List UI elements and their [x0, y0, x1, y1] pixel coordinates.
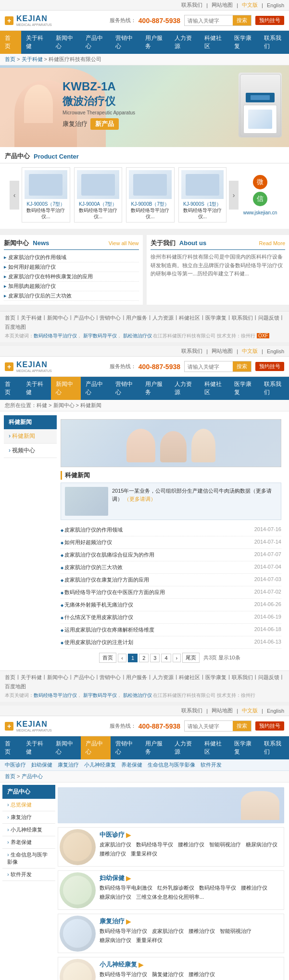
appointment-button[interactable]: 预约挂号 — [255, 16, 284, 25]
search-button-2[interactable]: 搜索 — [233, 361, 251, 372]
link-k-1[interactable]: 皮家肌治疗仪 — [152, 928, 184, 935]
breadcrumb-about[interactable]: 关于科健 — [22, 56, 43, 62]
appointment-button-3[interactable]: 预约挂号 — [255, 721, 284, 731]
footer-link-community[interactable]: 科健社区 — [179, 314, 200, 322]
top-link-cn-3[interactable]: 中文版 — [242, 707, 258, 714]
bc3-home[interactable]: 首页 — [5, 773, 15, 779]
nav-home[interactable]: 首 页 — [0, 31, 21, 54]
highlight-news[interactable]: 2015年一某业务，公司组织部分生产建信公司牛肉汤购数据（更多请调） （更多请调… — [61, 483, 281, 520]
nav2-news[interactable]: 新闻中心 — [51, 377, 81, 400]
link-k-4[interactable]: 糖尿病治疗仪 — [100, 937, 131, 944]
f2-community[interactable]: 科健社区 — [179, 674, 200, 681]
f2-service[interactable]: 用户服务 — [126, 674, 147, 681]
sub-nav-shengming[interactable]: 生命信息与医学影像 — [148, 762, 195, 768]
f2-hr[interactable]: 人力资源 — [152, 674, 174, 681]
product-item-2[interactable]: KJ-9000B（7型） 数码经络导平治疗仪... — [126, 167, 175, 223]
ps-item-2[interactable]: 小儿神经康复 — [2, 824, 55, 836]
product-next-arrow[interactable]: › — [229, 181, 239, 210]
nav-news[interactable]: 新闻中心 — [51, 31, 81, 54]
weibo-icon[interactable]: 微 — [253, 175, 267, 189]
page-next[interactable]: › — [173, 654, 181, 662]
news-row-5[interactable]: 数码经络导平治疗仪在中医医疗方面的应用 2014-07-02 — [61, 586, 281, 599]
ps-item-1[interactable]: 康复治疗 — [2, 811, 55, 824]
nav-medical[interactable]: 医学康复 — [229, 31, 259, 54]
nav3-products[interactable]: 产品中心 — [81, 736, 111, 759]
page-4[interactable]: 4 — [161, 654, 171, 662]
link-f-2[interactable]: 数码经络导平仪 — [199, 884, 236, 892]
link-k-5[interactable]: 重量采样仪 — [136, 937, 163, 944]
top-link-en[interactable]: English — [267, 2, 284, 8]
news-item-2[interactable]: 皮家肌治疗仪在特种疾康复治的应用 — [4, 272, 139, 282]
appointment-button-2[interactable]: 预约挂号 — [255, 362, 284, 371]
link-k-0[interactable]: 数码经络导平治疗仪 — [100, 928, 147, 935]
highlight-read-more[interactable]: （更多请调） — [124, 496, 156, 502]
footer-link-news[interactable]: 新闻中心 — [47, 314, 68, 322]
nav3-contact[interactable]: 联系我们 — [259, 736, 289, 759]
link-k-3[interactable]: 智能弱视治疗 — [220, 928, 251, 935]
nav2-sales[interactable]: 营销中心 — [111, 377, 140, 400]
sub-nav-fuyou[interactable]: 妇幼保健 — [31, 762, 52, 768]
news-row-8[interactable]: 运用皮家肌治疗仪在疼痛解析经络维度 2014-06-18 — [61, 624, 281, 636]
nav-service[interactable]: 用户服务 — [140, 31, 170, 54]
ps-item-0[interactable]: 总览保健 — [2, 799, 55, 811]
nav3-sales[interactable]: 营销中心 — [111, 736, 140, 759]
top-link-sitemap-3[interactable]: 网站地图 — [212, 707, 233, 714]
top-link-contact-3[interactable]: 联系我们 — [181, 707, 202, 714]
link-f-4[interactable]: 糖尿病治疗仪 — [100, 893, 131, 901]
nav3-news[interactable]: 新闻中心 — [51, 736, 81, 759]
footer-link-about[interactable]: 关于科健 — [21, 314, 42, 322]
nav3-home[interactable]: 首 页 — [0, 736, 21, 759]
link-x-2[interactable]: 腰椎治疗仪 — [188, 971, 215, 978]
sub-nav-ruanjian[interactable]: 软件开发 — [201, 762, 222, 768]
f2-kw-1[interactable]: 数码经络导平治疗仪 — [34, 693, 77, 698]
nav2-contact[interactable]: 联系我们 — [259, 377, 289, 400]
nav2-hr[interactable]: 人力资源 — [170, 377, 200, 400]
top-link-contact[interactable]: 联系我们 — [181, 1, 202, 9]
kw-2[interactable]: 新宇数码导平仪 — [83, 333, 117, 338]
product-cat-title-xiaoer[interactable]: 小儿神经康复 ▶ — [100, 960, 281, 969]
f2-products[interactable]: 产品中心 — [74, 674, 95, 681]
ps-item-4[interactable]: 生命信息与医学影像 — [2, 849, 55, 868]
news-item-1[interactable]: 如何用好超频治疗仪 — [4, 262, 139, 272]
nav-contact[interactable]: 联系我们 — [259, 31, 289, 54]
nav2-medical[interactable]: 医学康复 — [229, 377, 259, 400]
link-f-0[interactable]: 数码经络导平电刺激仪 — [100, 884, 152, 892]
link-x-1[interactable]: 脑复健治疗仪 — [152, 971, 184, 978]
sub-nav-yanglao[interactable]: 养老保健 — [121, 762, 142, 768]
footer-link-contact[interactable]: 联系我们 — [232, 314, 253, 322]
news-view-all[interactable]: View all New — [109, 240, 139, 246]
link-f-1[interactable]: 红外乳腺诊断仪 — [157, 884, 194, 892]
ps-item-3[interactable]: 养老保健 — [2, 836, 55, 849]
footer-link-medical[interactable]: 医学康复 — [205, 314, 226, 322]
page-last[interactable]: 尾页 — [182, 653, 200, 663]
page-first[interactable]: 首页 — [99, 653, 116, 663]
footer-link-feedback[interactable]: 问题反馈 — [258, 314, 279, 322]
product-prev-arrow[interactable]: ‹ — [10, 181, 19, 210]
f2-news[interactable]: 新闻中心 — [47, 674, 68, 681]
footer-link-map[interactable]: 百度地图 — [5, 323, 26, 331]
bc3-products[interactable]: 产品中心 — [22, 773, 43, 779]
nav3-hr[interactable]: 人力资源 — [170, 736, 200, 759]
link-z-1[interactable]: 数码经络导平仪 — [136, 841, 173, 848]
news-row-6[interactable]: 无痛体外射频手机无痛治疗仪 2014-06-26 — [61, 599, 281, 611]
link-k-2[interactable]: 腰椎治疗仪 — [188, 928, 215, 935]
footer-link-hr[interactable]: 人力资源 — [152, 314, 174, 322]
sidebar-item-news[interactable]: 科健新闻 — [4, 429, 57, 444]
product-item-0[interactable]: KJ-9000S（7型） 数码经络导平治疗仪... — [22, 167, 70, 223]
footer-link-products[interactable]: 产品中心 — [74, 314, 95, 322]
f2-kw-3[interactable]: 肌松弛治疗仪 — [123, 693, 152, 698]
f2-map[interactable]: 百度地图 — [5, 683, 26, 690]
news-row-4[interactable]: 皮家肌治疗仪在康复治疗方面的应用 2014-07-03 — [61, 574, 281, 586]
news-row-0[interactable]: 皮家肌治疗仪的作用领域 2014-07-16 — [61, 524, 281, 536]
top-link-sitemap-2[interactable]: 网站地图 — [212, 347, 233, 355]
news-row-1[interactable]: 如何用好超频治疗仪 2014-07-14 — [61, 536, 281, 549]
nav2-about[interactable]: 关于科健 — [21, 377, 51, 400]
nav-sales[interactable]: 营销中心 — [111, 31, 140, 54]
footer-link-sales[interactable]: 营销中心 — [100, 314, 121, 322]
f2-medical[interactable]: 医学康复 — [205, 674, 226, 681]
footer-link-home[interactable]: 首页 — [5, 314, 15, 322]
f2-home[interactable]: 首页 — [5, 674, 15, 681]
news-row-9[interactable]: 使用皮家肌治疗仪的注意计划 2014-06-13 — [61, 636, 281, 649]
nav2-community[interactable]: 科健社区 — [200, 377, 229, 400]
search-input[interactable] — [185, 15, 233, 25]
